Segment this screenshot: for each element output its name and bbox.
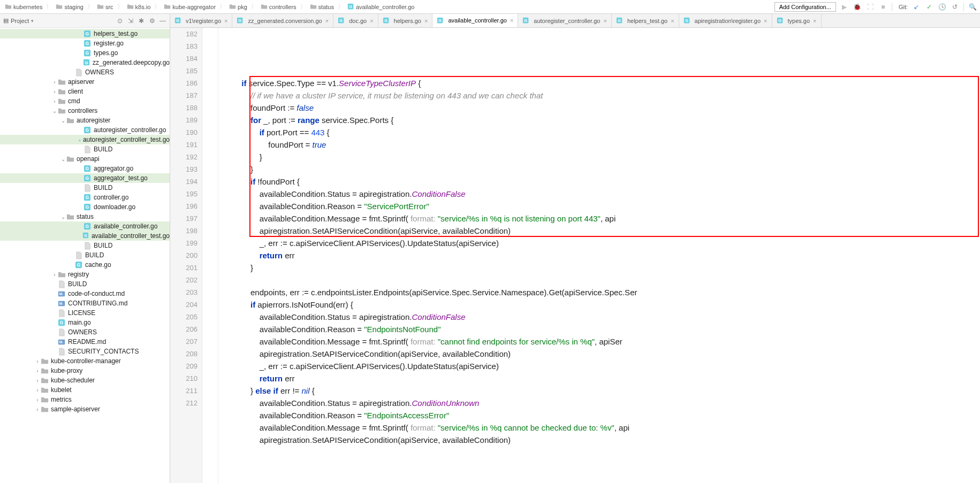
close-tab-icon[interactable]: × — [764, 18, 767, 24]
tree-node[interactable]: cache.go — [0, 260, 170, 270]
tree-node[interactable]: ⌄openapi — [0, 154, 170, 164]
code-line[interactable]: apiregistration.SetAPIServiceCondition(a… — [224, 348, 975, 360]
tree-node[interactable]: BUILD — [0, 279, 170, 289]
tree-node[interactable]: ›kube-controller-manager — [0, 356, 170, 366]
editor-tab[interactable]: available_controller.go× — [432, 14, 518, 28]
expand-arrow-icon[interactable]: › — [51, 79, 58, 85]
expand-arrow-icon[interactable]: › — [34, 358, 41, 364]
collapse-arrow-icon[interactable]: ⌄ — [51, 108, 58, 114]
expand-arrow-icon[interactable]: › — [34, 368, 41, 374]
breadcrumb-item[interactable]: status — [308, 3, 336, 11]
editor-tab[interactable]: doc.go× — [333, 14, 378, 27]
tree-node[interactable]: autoregister_controller_test.go — [0, 135, 170, 144]
expand-arrow-icon[interactable]: › — [51, 98, 58, 104]
breadcrumb-item[interactable]: kubernetes — [3, 3, 44, 11]
code-line[interactable]: apiregistration.SetAPIServiceCondition(a… — [224, 434, 975, 446]
breadcrumb-item[interactable]: pkg — [227, 3, 249, 11]
tree-node[interactable]: SECURITY_CONTACTS — [0, 347, 170, 356]
git-commit-icon[interactable]: ✓ — [925, 3, 933, 11]
code-line[interactable]: if service.Spec.Type == v1.ServiceTypeCl… — [224, 77, 975, 89]
editor-tab[interactable]: helpers.go× — [378, 14, 433, 27]
collapse-arrow-icon[interactable]: ⌄ — [60, 214, 66, 220]
tree-node[interactable]: BUILD — [0, 250, 170, 260]
tree-node[interactable]: zz_generated.deepcopy.go — [0, 58, 170, 67]
project-tree[interactable]: helpers_test.goregister.gotypes.gozz_gen… — [0, 28, 170, 483]
code-line[interactable]: availableCondition.Status = apiregistrat… — [224, 188, 975, 200]
tree-node[interactable]: ›apiserver — [0, 77, 170, 87]
close-tab-icon[interactable]: × — [424, 18, 428, 24]
editor-tab[interactable]: v1\register.go× — [170, 14, 232, 27]
code-line[interactable]: if port.Port == 443 { — [224, 126, 975, 139]
tree-node[interactable]: available_controller.go — [0, 221, 170, 231]
tree-node[interactable]: controller.go — [0, 193, 170, 202]
code-line[interactable]: _, err := c.apiServiceClient.APIServices… — [224, 237, 975, 249]
code-content[interactable]: if service.Spec.Type == v1.ServiceTypeCl… — [218, 28, 980, 483]
code-line[interactable] — [224, 274, 975, 286]
code-line[interactable]: availableCondition.Message = fmt.Sprintf… — [224, 421, 975, 434]
stop-icon[interactable]: ■ — [879, 3, 887, 11]
tree-node[interactable]: CONTRIBUTING.md — [0, 298, 170, 308]
run-icon[interactable]: ▶ — [840, 3, 849, 11]
tree-node[interactable]: available_controller_test.go — [0, 231, 170, 241]
code-line[interactable]: endpoints, err := c.endpointsLister.Endp… — [224, 286, 975, 298]
tree-node[interactable]: BUILD — [0, 144, 170, 154]
tree-node[interactable]: OWNERS — [0, 67, 170, 77]
dropdown-icon[interactable]: ▾ — [31, 18, 34, 24]
code-line[interactable]: } — [224, 151, 975, 163]
debug-icon[interactable]: 🐞 — [853, 3, 862, 11]
git-update-icon[interactable]: ↙ — [912, 3, 921, 11]
close-tab-icon[interactable]: × — [325, 18, 329, 24]
code-line[interactable]: availableCondition.Message = fmt.Sprintf… — [224, 335, 975, 348]
tree-node[interactable]: ›kubelet — [0, 385, 170, 395]
editor-tab[interactable]: helpers_test.go× — [612, 14, 679, 27]
tree-node[interactable]: ›kube-scheduler — [0, 375, 170, 385]
tree-node[interactable]: downloader.go — [0, 202, 170, 212]
tree-node[interactable]: ⌄controllers — [0, 106, 170, 116]
fold-gutter[interactable] — [202, 28, 218, 483]
code-line[interactable]: availableCondition.Reason = "ServicePort… — [224, 200, 975, 212]
tree-node[interactable]: LICENSE — [0, 308, 170, 318]
code-editor[interactable]: 1821831841851861871881891901911921931941… — [170, 28, 980, 483]
collapse-arrow-icon[interactable]: ⌄ — [60, 118, 66, 124]
tree-node[interactable]: ⌄autoregister — [0, 116, 170, 125]
code-line[interactable]: } else if err != nil { — [224, 385, 975, 397]
tree-node[interactable]: aggregator_test.go — [0, 173, 170, 183]
expand-arrow-icon[interactable]: › — [51, 272, 58, 278]
close-tab-icon[interactable]: × — [510, 17, 513, 24]
code-line[interactable]: availableCondition.Reason = "EndpointsAc… — [224, 409, 975, 421]
tree-node[interactable]: BUILD — [0, 241, 170, 250]
code-line[interactable]: } — [224, 163, 975, 175]
tree-node[interactable]: BUILD — [0, 183, 170, 193]
sidebar-title[interactable]: ▤ Project ▾ — [3, 17, 116, 24]
tree-node[interactable]: ›kube-proxy — [0, 366, 170, 375]
tree-node[interactable]: types.go — [0, 48, 170, 58]
breadcrumb-item[interactable]: kube-aggregator — [162, 3, 217, 11]
expand-arrow-icon[interactable]: › — [34, 397, 41, 403]
gear-icon[interactable]: ⚙ — [148, 17, 156, 25]
close-tab-icon[interactable]: × — [671, 18, 674, 24]
close-tab-icon[interactable]: × — [224, 18, 227, 24]
tree-node[interactable]: ⌄status — [0, 212, 170, 221]
editor-tab[interactable]: autoregister_controller.go× — [518, 14, 612, 27]
code-line[interactable]: foundPort = true — [224, 139, 975, 151]
run-with-coverage-icon[interactable]: ⛶ — [866, 3, 875, 11]
tree-node[interactable]: ›registry — [0, 270, 170, 279]
code-line[interactable]: if !foundPort { — [224, 175, 975, 188]
expand-arrow-icon[interactable]: › — [34, 378, 41, 384]
editor-tab[interactable]: types.go× — [772, 14, 822, 27]
code-line[interactable]: apiregistration.SetAPIServiceCondition(a… — [224, 225, 975, 237]
tree-node[interactable]: ›cmd — [0, 96, 170, 106]
tree-node[interactable]: register.go — [0, 39, 170, 48]
code-line[interactable] — [224, 65, 975, 77]
close-tab-icon[interactable]: × — [603, 18, 606, 24]
tree-node[interactable]: README.md — [0, 337, 170, 347]
breadcrumb-item[interactable]: controllers — [259, 3, 298, 11]
code-line[interactable]: availableCondition.Status = apiregistrat… — [224, 311, 975, 323]
breadcrumb-item[interactable]: k8s.io — [125, 3, 153, 11]
tree-node[interactable]: aggregator.go — [0, 164, 170, 173]
code-line[interactable]: availableCondition.Message = fmt.Sprintf… — [224, 212, 975, 225]
close-tab-icon[interactable]: × — [813, 18, 816, 24]
scroll-from-source-icon[interactable]: ⊙ — [116, 17, 124, 25]
breadcrumb-item[interactable]: src — [95, 3, 115, 11]
code-line[interactable]: _, err := c.apiServiceClient.APIServices… — [224, 360, 975, 372]
